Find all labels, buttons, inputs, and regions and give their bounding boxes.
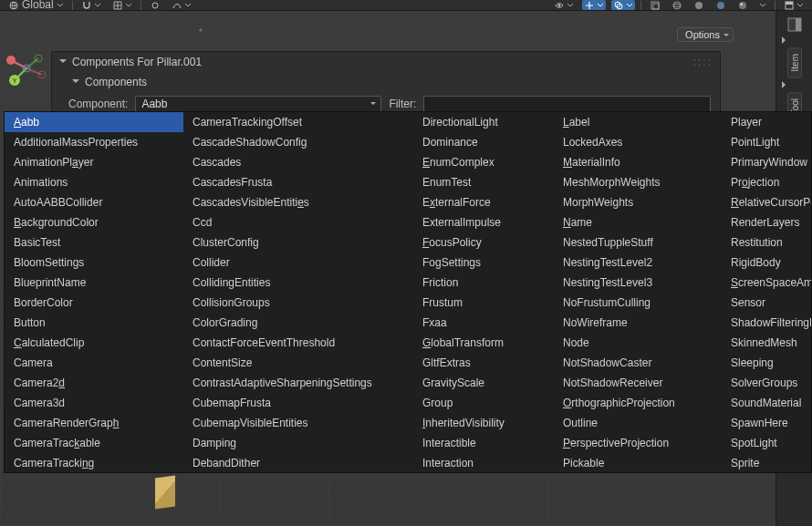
- dropdown-item[interactable]: Sprite: [722, 453, 812, 473]
- dropdown-item[interactable]: CascadesVisibleEntities: [183, 192, 413, 212]
- dropdown-item[interactable]: CascadeShadowConfig: [183, 132, 413, 152]
- dropdown-item[interactable]: Player: [722, 112, 812, 132]
- dropdown-item[interactable]: BasicTest: [5, 232, 183, 253]
- dropdown-item[interactable]: BlueprintName: [5, 273, 183, 293]
- dropdown-item[interactable]: OrthographicProjection: [554, 393, 722, 413]
- dropdown-item[interactable]: ExternalForce: [413, 192, 554, 212]
- dropdown-item[interactable]: SoundMaterial: [722, 393, 812, 413]
- dropdown-item[interactable]: ScreenSpaceAmbi: [722, 273, 812, 293]
- dropdown-item[interactable]: Camera2d: [5, 373, 183, 393]
- dropdown-item[interactable]: CollisionGroups: [183, 293, 413, 313]
- dropdown-item[interactable]: Sensor: [722, 293, 812, 313]
- component-select[interactable]: Aabb: [135, 96, 381, 112]
- shading-wireframe[interactable]: [669, 0, 685, 10]
- dropdown-item[interactable]: MaterialInfo: [554, 152, 722, 172]
- dropdown-item[interactable]: CubemapFrusta: [183, 393, 413, 413]
- dropdown-item[interactable]: Friction: [413, 273, 554, 293]
- dropdown-item[interactable]: SolverGroups: [722, 373, 812, 393]
- dropdown-item[interactable]: ClusterConfig: [183, 232, 413, 253]
- dropdown-item[interactable]: NotShadowCaster: [554, 353, 722, 373]
- dropdown-item[interactable]: Label: [554, 112, 722, 132]
- dropdown-item[interactable]: EnumComplex: [413, 152, 554, 172]
- dropdown-item[interactable]: ContentSize: [183, 353, 413, 373]
- dropdown-item[interactable]: RigidBody: [722, 253, 812, 273]
- dropdown-item[interactable]: LockedAxes: [554, 132, 722, 152]
- shading-dropdown[interactable]: [756, 0, 769, 10]
- dropdown-item[interactable]: GltfExtras: [413, 353, 554, 373]
- dropdown-item[interactable]: DebandDither: [183, 453, 413, 473]
- dropdown-item[interactable]: ColorGrading: [183, 313, 413, 333]
- dropdown-item[interactable]: Camera: [5, 353, 183, 373]
- panel-header[interactable]: Components For Pillar.001 ::::: [52, 52, 720, 72]
- dropdown-item[interactable]: MeshMorphWeights: [554, 172, 722, 192]
- dropdown-item[interactable]: CameraTrackable: [5, 433, 183, 453]
- dropdown-item[interactable]: Collider: [183, 253, 413, 273]
- dropdown-item[interactable]: Outline: [554, 413, 722, 433]
- dropdown-item[interactable]: Camera3d: [5, 393, 183, 413]
- dropdown-item[interactable]: Frustum: [413, 293, 554, 313]
- dropdown-item[interactable]: SpawnHere: [722, 413, 812, 433]
- dropdown-item[interactable]: EnumTest: [413, 172, 554, 192]
- dropdown-item[interactable]: NoWireframe: [554, 313, 722, 333]
- dropdown-item[interactable]: BorderColor: [5, 293, 183, 313]
- dropdown-item[interactable]: GlobalTransform: [413, 333, 554, 353]
- dropdown-item[interactable]: ContrastAdaptiveSharpeningSettings: [183, 373, 413, 393]
- dropdown-item[interactable]: Node: [554, 333, 722, 353]
- proportional-falloff-dropdown[interactable]: [169, 0, 194, 10]
- proportional-edit-toggle[interactable]: [147, 0, 163, 10]
- dropdown-item[interactable]: InheritedVisibility: [413, 413, 554, 433]
- expand-triangle-icon[interactable]: [782, 36, 789, 44]
- dropdown-item[interactable]: BloomSettings: [5, 253, 183, 273]
- dropdown-item[interactable]: Aabb: [5, 112, 183, 132]
- dropdown-item[interactable]: SpotLight: [722, 433, 812, 453]
- dropdown-item[interactable]: ContactForceEventThreshold: [183, 333, 413, 353]
- dropdown-item[interactable]: CubemapVisibleEntities: [183, 413, 413, 433]
- dock-tab-item[interactable]: Item: [787, 47, 802, 77]
- overlays-dropdown[interactable]: [611, 0, 635, 10]
- dropdown-item[interactable]: MorphWeights: [554, 192, 722, 212]
- axis-gizmo[interactable]: Y: [5, 47, 47, 89]
- snap-type-dropdown[interactable]: [109, 0, 135, 10]
- dropdown-item[interactable]: Restitution: [722, 232, 812, 253]
- dropdown-item[interactable]: ShadowFilteringM: [722, 313, 812, 333]
- gizmo-dropdown[interactable]: [582, 0, 606, 10]
- dropdown-item[interactable]: BackgroundColor: [5, 212, 183, 232]
- dropdown-item[interactable]: Button: [5, 313, 183, 333]
- coord-space-dropdown[interactable]: Global: [5, 0, 67, 10]
- dropdown-item[interactable]: GravityScale: [413, 373, 554, 393]
- xray-toggle[interactable]: [647, 0, 663, 10]
- dropdown-item[interactable]: Fxaa: [413, 313, 554, 333]
- dropdown-item[interactable]: Dominance: [413, 132, 554, 152]
- dropdown-item[interactable]: PerspectiveProjection: [554, 433, 722, 453]
- dropdown-item[interactable]: Interaction: [413, 453, 554, 473]
- dropdown-item[interactable]: CameraTracking: [5, 453, 183, 473]
- dropdown-item[interactable]: CascadesFrusta: [183, 172, 413, 192]
- dropdown-item[interactable]: ExternalImpulse: [413, 212, 554, 232]
- dropdown-item[interactable]: NestingTestLevel3: [554, 273, 722, 293]
- dropdown-item[interactable]: NoFrustumCulling: [554, 293, 722, 313]
- dropdown-item[interactable]: FogSettings: [413, 253, 554, 273]
- dropdown-item[interactable]: AnimationPlayer: [5, 152, 183, 172]
- dropdown-item[interactable]: Pickable: [554, 453, 722, 473]
- dropdown-item[interactable]: RenderLayers: [722, 212, 812, 232]
- dropdown-item[interactable]: NestedTuppleStuff: [554, 232, 722, 253]
- panel-subheader[interactable]: Components: [52, 72, 720, 92]
- dropdown-item[interactable]: Group: [413, 393, 554, 413]
- dropdown-item[interactable]: CollidingEntities: [183, 273, 413, 293]
- visibility-dropdown[interactable]: [551, 0, 577, 10]
- shading-rendered[interactable]: [734, 0, 751, 10]
- drag-grip-icon[interactable]: ::::: [693, 56, 713, 68]
- dropdown-item[interactable]: Ccd: [183, 212, 413, 232]
- dropdown-item[interactable]: Name: [554, 212, 722, 232]
- dropdown-item[interactable]: NestingTestLevel2: [554, 253, 722, 273]
- snap-dropdown[interactable]: [78, 0, 104, 10]
- dropdown-item[interactable]: SkinnedMesh: [722, 333, 812, 353]
- dropdown-item[interactable]: AutoAABBCollider: [5, 192, 183, 212]
- dropdown-item[interactable]: AdditionalMassProperties: [5, 132, 183, 152]
- dropdown-item[interactable]: CameraTrackingOffset: [183, 112, 413, 132]
- dropdown-item[interactable]: Interactible: [413, 433, 554, 453]
- dropdown-item[interactable]: FocusPolicy: [413, 232, 554, 253]
- dropdown-item[interactable]: CalculatedClip: [5, 333, 183, 353]
- shading-material[interactable]: [713, 0, 729, 10]
- dropdown-item[interactable]: Animations: [5, 172, 183, 192]
